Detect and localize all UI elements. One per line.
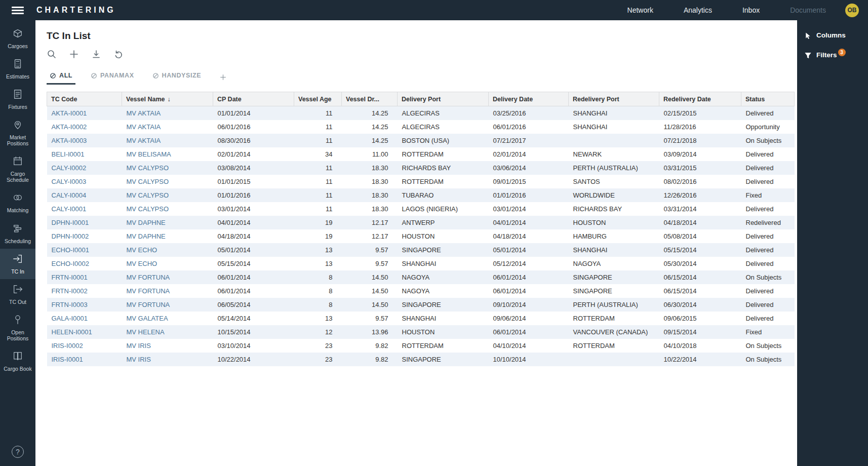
cell-vessel_name[interactable]: MV FORTUNA — [122, 298, 213, 312]
cell-tc_code[interactable]: IRIS-I0002 — [47, 339, 122, 353]
column-header-redelivery_port[interactable]: Redelivery Port — [569, 92, 659, 106]
cell-vessel_name[interactable]: MV DAPHNE — [122, 216, 213, 229]
cell-vessel_name[interactable]: MV AKTAIA — [122, 120, 213, 134]
filters-button[interactable]: Filters 3 — [797, 46, 868, 66]
cell-tc_code[interactable]: CALY-I0004 — [47, 188, 122, 202]
table-row[interactable]: AKTA-I0003MV AKTAIA08/30/20161114.25BOST… — [47, 134, 795, 147]
add-view-button[interactable] — [216, 70, 230, 85]
sidebar-item-cargoes[interactable]: Cargoes — [0, 23, 35, 54]
sidebar-item-scheduling[interactable]: Scheduling — [0, 218, 35, 249]
cell-tc_code[interactable]: CALY-I0002 — [47, 161, 122, 175]
cell-vessel_age: 19 — [294, 229, 342, 243]
cell-tc_code[interactable]: ECHO-I0002 — [47, 257, 122, 270]
table-row[interactable]: FRTN-I0003MV FORTUNA06/05/2014814.50SING… — [47, 298, 795, 312]
cell-tc_code[interactable]: CALY-I0003 — [47, 175, 122, 188]
cell-vessel_name[interactable]: MV GALATEA — [122, 312, 213, 325]
sidebar-item-open-positions[interactable]: Open Positions — [0, 309, 35, 346]
column-header-delivery_port[interactable]: Delivery Port — [398, 92, 489, 106]
table-row[interactable]: FRTN-I0002MV FORTUNA06/01/2014814.50NAGO… — [47, 284, 795, 298]
cell-vessel_name[interactable]: MV CALYPSO — [122, 202, 213, 216]
nav-inbox[interactable]: Inbox — [742, 6, 760, 14]
cell-vessel_name[interactable]: MV CALYPSO — [122, 188, 213, 202]
cell-tc_code[interactable]: GALA-I0001 — [47, 312, 122, 325]
table-row[interactable]: CALY-I0003MV CALYPSO01/01/20151118.30ROT… — [47, 175, 795, 188]
sidebar-item-cargo-book[interactable]: Cargo Book — [0, 346, 35, 376]
table-row[interactable]: DPHN-I0001MV DAPHNE04/01/20141912.17ANTW… — [47, 216, 795, 229]
sidebar-item-market-positions[interactable]: Market Positions — [0, 114, 35, 151]
sidebar-item-matching[interactable]: Matching — [0, 187, 35, 218]
cell-vessel_name[interactable]: MV CALYPSO — [122, 175, 213, 188]
sidebar-item-cargo-schedule[interactable]: Cargo Schedule — [0, 151, 35, 187]
cell-vessel_name[interactable]: MV CALYPSO — [122, 161, 213, 175]
nav-analytics[interactable]: Analytics — [684, 6, 712, 14]
table-row[interactable]: ECHO-I0002MV ECHO05/15/2014139.57SHANGHA… — [47, 257, 795, 270]
column-header-redelivery_date[interactable]: Redelivery Date — [659, 92, 741, 106]
column-header-status[interactable]: Status — [741, 92, 795, 106]
avatar[interactable]: OB — [845, 4, 859, 17]
search-button[interactable] — [47, 49, 57, 59]
cell-tc_code[interactable]: FRTN-I0003 — [47, 298, 122, 312]
table-row[interactable]: BELI-I0001MV BELISAMA02/01/20143411.00RO… — [47, 147, 795, 161]
cell-tc_code[interactable]: FRTN-I0002 — [47, 284, 122, 298]
cell-vessel_age: 11 — [294, 188, 342, 202]
cell-vessel_name[interactable]: MV DAPHNE — [122, 229, 213, 243]
column-header-vessel_age[interactable]: Vessel Age — [294, 92, 342, 106]
column-header-vessel_draft[interactable]: Vessel Dr... — [342, 92, 398, 106]
tab-all[interactable]: ALL — [47, 68, 75, 85]
column-header-cp_date[interactable]: CP Date — [213, 92, 294, 106]
table-row[interactable]: AKTA-I0002MV AKTAIA06/01/20161114.25ALGE… — [47, 120, 795, 134]
table-row[interactable]: AKTA-I0001MV AKTAIA01/01/20141114.25ALGE… — [47, 106, 795, 120]
cell-vessel_draft: 14.50 — [342, 270, 398, 284]
cell-tc_code[interactable]: AKTA-I0002 — [47, 120, 122, 134]
table-row[interactable]: FRTN-I0001MV FORTUNA06/01/2014814.50NAGO… — [47, 270, 795, 284]
table-row[interactable]: CALY-I0002MV CALYPSO03/08/20141118.30RIC… — [47, 161, 795, 175]
table-row[interactable]: CALY-I0004MV CALYPSO01/01/20161118.30TUB… — [47, 188, 795, 202]
cell-vessel_name[interactable]: MV HELENA — [122, 325, 213, 339]
cell-delivery_port: SHANGHAI — [398, 257, 489, 270]
cell-tc_code[interactable]: DPHN-I0001 — [47, 216, 122, 229]
add-button[interactable] — [69, 49, 79, 59]
cell-vessel_name[interactable]: MV IRIS — [122, 353, 213, 366]
hamburger-menu-icon[interactable] — [0, 5, 35, 16]
export-button[interactable] — [91, 49, 101, 59]
cell-vessel_name[interactable]: MV IRIS — [122, 339, 213, 353]
table-row[interactable]: IRIS-I0001MV IRIS10/22/2014239.82SINGAPO… — [47, 353, 795, 366]
cell-tc_code[interactable]: BELI-I0001 — [47, 147, 122, 161]
table-row[interactable]: IRIS-I0002MV IRIS03/10/2014239.82ROTTERD… — [47, 339, 795, 353]
cell-vessel_name[interactable]: MV FORTUNA — [122, 270, 213, 284]
tab-handysize[interactable]: HANDYSIZE — [149, 68, 205, 85]
cell-tc_code[interactable]: ECHO-I0001 — [47, 243, 122, 257]
cell-vessel_name[interactable]: MV AKTAIA — [122, 106, 213, 120]
cell-delivery_port: SINGAPORE — [398, 298, 489, 312]
nav-documents[interactable]: Documents — [790, 6, 826, 14]
cell-tc_code[interactable]: HELEN-I0001 — [47, 325, 122, 339]
tab-panamax[interactable]: PANAMAX — [88, 68, 137, 85]
cell-vessel_name[interactable]: MV ECHO — [122, 257, 213, 270]
column-header-vessel_name[interactable]: Vessel Name↓ — [122, 92, 213, 106]
column-header-tc_code[interactable]: TC Code — [47, 92, 122, 106]
table-row[interactable]: HELEN-I0001MV HELENA10/15/20141213.96HOU… — [47, 325, 795, 339]
cell-vessel_name[interactable]: MV AKTAIA — [122, 134, 213, 147]
table-row[interactable]: DPHN-I0002MV DAPHNE04/18/20141912.17HOUS… — [47, 229, 795, 243]
cell-vessel_name[interactable]: MV ECHO — [122, 243, 213, 257]
sidebar-item-estimates[interactable]: Estimates — [0, 54, 35, 84]
sidebar-item-fixtures[interactable]: Fixtures — [0, 84, 35, 114]
table-row[interactable]: ECHO-I0001MV ECHO05/01/2014139.57SINGAPO… — [47, 243, 795, 257]
help-button[interactable]: ? — [0, 446, 35, 458]
sidebar-item-tc-out[interactable]: TC Out — [0, 279, 35, 309]
table-row[interactable]: GALA-I0001MV GALATEA05/14/2014139.57SHAN… — [47, 312, 795, 325]
cell-tc_code[interactable]: CALY-I0001 — [47, 202, 122, 216]
columns-button[interactable]: Columns — [797, 26, 868, 46]
cell-tc_code[interactable]: AKTA-I0003 — [47, 134, 122, 147]
nav-network[interactable]: Network — [627, 6, 653, 14]
cell-tc_code[interactable]: IRIS-I0001 — [47, 353, 122, 366]
cell-vessel_name[interactable]: MV BELISAMA — [122, 147, 213, 161]
column-header-delivery_date[interactable]: Delivery Date — [489, 92, 569, 106]
table-row[interactable]: CALY-I0001MV CALYPSO03/01/20141118.30LAG… — [47, 202, 795, 216]
cell-tc_code[interactable]: DPHN-I0002 — [47, 229, 122, 243]
cell-tc_code[interactable]: FRTN-I0001 — [47, 270, 122, 284]
sidebar-item-tc-in[interactable]: TC In — [0, 249, 35, 279]
refresh-button[interactable] — [113, 49, 124, 59]
cell-vessel_name[interactable]: MV FORTUNA — [122, 284, 213, 298]
cell-tc_code[interactable]: AKTA-I0001 — [47, 106, 122, 120]
